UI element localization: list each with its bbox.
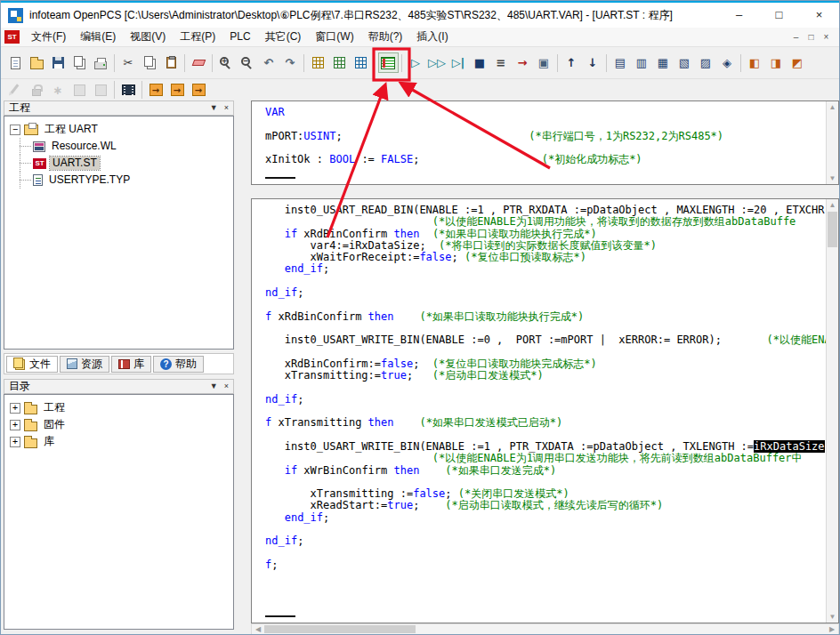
tab-资源[interactable]: 资源 [60, 356, 109, 373]
cut-button[interactable]: ✂ [118, 52, 139, 73]
scroll-up-icon[interactable]: ▲ [827, 101, 838, 113]
menu-item-其它(C)[interactable]: 其它(C) [258, 28, 309, 46]
edit-value-button[interactable] [5, 81, 26, 100]
open-button[interactable] [27, 52, 47, 73]
menu-item-PLC[interactable]: PLC [222, 28, 257, 46]
mdi-control-1[interactable]: □ [804, 28, 819, 46]
stop-button[interactable]: ■ [470, 52, 490, 73]
tree-item-Resource.WL[interactable]: Resource.WL [4, 138, 233, 155]
declaration-vscrollbar[interactable]: ▲ ▼ [826, 101, 838, 184]
force-window-button[interactable]: ◈ [717, 52, 738, 73]
menu-item-帮助(?)[interactable]: 帮助(?) [361, 28, 410, 46]
single-cycle-button[interactable]: ▷▷ [427, 52, 448, 73]
mdi-control-0[interactable]: – [788, 28, 804, 46]
zoom-out-button[interactable] [238, 52, 258, 73]
breakpoint-button[interactable]: → [513, 52, 533, 73]
tab-库[interactable]: 库 [111, 356, 151, 373]
menu-item-编辑(E)[interactable]: 编辑(E) [73, 28, 123, 46]
tree-item-固件[interactable]: +固件 [4, 416, 233, 433]
goto-definition-button[interactable] [146, 81, 166, 100]
catalog-tree[interactable]: +工程+固件+库 [4, 394, 234, 630]
tree-item-UART.ST[interactable]: STUART.ST [4, 155, 233, 172]
io-window-button[interactable]: ▨ [696, 52, 716, 73]
save-button[interactable] [48, 52, 69, 73]
catalog-panel-title: 目录 [9, 379, 30, 394]
next-pou-button[interactable]: ↓ [583, 52, 603, 73]
menu-item-文件(F)[interactable]: 文件(F) [24, 28, 73, 46]
io-field-1-button[interactable] [69, 81, 90, 100]
scroll-up-icon[interactable]: ▲ [827, 199, 838, 211]
hscroll-thumb[interactable] [264, 625, 416, 633]
catalog-panel-close-button[interactable]: × [224, 380, 229, 393]
plus-expander-icon[interactable]: + [10, 403, 20, 414]
code-vscrollbar[interactable]: ▲ ▼ [826, 199, 838, 623]
plus-expander-icon[interactable]: + [10, 437, 20, 447]
scroll-down-icon[interactable]: ▼ [827, 611, 838, 623]
vscroll-thumb[interactable] [828, 212, 837, 247]
extra-tool-button[interactable]: ◩ [788, 52, 808, 73]
syntax-check-button[interactable] [308, 52, 328, 73]
plus-expander-icon[interactable]: + [10, 420, 20, 430]
minus-expander-icon[interactable]: − [10, 125, 20, 135]
tree-item-库[interactable]: +库 [4, 433, 233, 450]
ic-books-icon [24, 125, 38, 135]
menu-item-插入(I)[interactable]: 插入(I) [409, 28, 455, 46]
build-all-button[interactable] [351, 52, 371, 73]
tab-文件[interactable]: 文件 [6, 356, 58, 373]
zoom-in-button[interactable] [216, 52, 237, 73]
bookmark-toggle-button[interactable]: ▤ [610, 52, 631, 73]
maximize-button[interactable]: □ [759, 3, 799, 28]
split-indicator-bottom [265, 615, 295, 617]
tree-item-USERTYPE.TYP[interactable]: USERTYPE.TYP [4, 172, 233, 189]
step-button[interactable]: ▷| [448, 52, 469, 73]
compile-button[interactable] [329, 52, 350, 73]
erase-button[interactable] [189, 52, 209, 73]
catalog-panel-collapse-button[interactable]: ▼ [210, 380, 218, 393]
scroll-down-icon[interactable]: ▼ [827, 173, 838, 184]
print-button[interactable] [91, 52, 111, 73]
help-topic-button[interactable]: ◧ [745, 52, 765, 73]
bookmark-next-button[interactable]: ▥ [632, 52, 652, 73]
close-button[interactable]: × [799, 3, 839, 28]
menu-item-视图(V)[interactable]: 视图(V) [123, 28, 173, 46]
copy-button[interactable] [140, 52, 160, 73]
project-tree[interactable]: −工程 UARTResource.WLSTUART.STUSERTYPE.TYP [4, 116, 234, 350]
scroll-right-icon[interactable]: ▶ [826, 624, 838, 634]
variable-list-button[interactable]: ≡ [491, 52, 512, 73]
minimize-button[interactable]: – [719, 3, 759, 28]
project-panel-collapse-button[interactable]: ▼ [210, 101, 218, 115]
next-pou-icon: ↓ [588, 57, 598, 68]
context-help-button[interactable]: ◨ [766, 52, 787, 73]
menu-item-窗口(W)[interactable]: 窗口(W) [308, 28, 360, 46]
cascade-windows-button[interactable]: ▣ [534, 52, 554, 73]
io-field-2-button[interactable] [91, 81, 111, 100]
lock-resource-button[interactable] [27, 81, 47, 100]
declaration-pane[interactable]: VAR mPORT:USINT; (*串行端口号，1为RS232,2为RS485… [251, 100, 839, 185]
menu-item-工程(P)[interactable]: 工程(P) [173, 28, 222, 46]
bookmark-prev-button[interactable]: ▦ [653, 52, 674, 73]
undo-button[interactable]: ↶ [259, 52, 279, 73]
code-pane[interactable]: inst0_USART_READ_BIN(ENABLE :=1 , PTR_RX… [251, 198, 839, 623]
redo-button[interactable]: ↷ [280, 52, 301, 73]
online-monitor-button[interactable] [378, 52, 399, 73]
logic-analyzer-button[interactable] [118, 81, 139, 100]
scroll-left-icon[interactable]: ◀ [252, 624, 264, 634]
watch-window-button[interactable]: ▧ [674, 52, 695, 73]
editor-hscrollbar[interactable]: ◀ ▶ [251, 623, 839, 635]
new-file-button[interactable] [5, 52, 26, 73]
goto-next-error-button[interactable] [167, 81, 188, 100]
paste-button[interactable] [161, 52, 182, 73]
mdi-control-2[interactable]: × [819, 28, 834, 46]
force-variable-button[interactable]: ∗ [48, 81, 69, 100]
go-button[interactable]: ▷ [406, 52, 426, 73]
toolbar-separator [114, 54, 115, 72]
code-area[interactable]: inst0_USART_READ_BIN(ENABLE :=1 , PTR_RX… [253, 199, 826, 623]
goto-prev-error-button[interactable] [189, 81, 209, 100]
save-all-button[interactable] [69, 52, 90, 73]
tree-item-工程[interactable]: +工程 [4, 399, 233, 416]
declaration-code-area[interactable]: VAR mPORT:USINT; (*串行端口号，1为RS232,2为RS485… [253, 101, 826, 184]
tree-item-工程 UART[interactable]: −工程 UART [4, 121, 233, 138]
tab-帮助[interactable]: ?帮助 [153, 356, 204, 373]
prev-pou-button[interactable]: ↑ [561, 52, 582, 73]
project-panel-close-button[interactable]: × [224, 101, 229, 115]
